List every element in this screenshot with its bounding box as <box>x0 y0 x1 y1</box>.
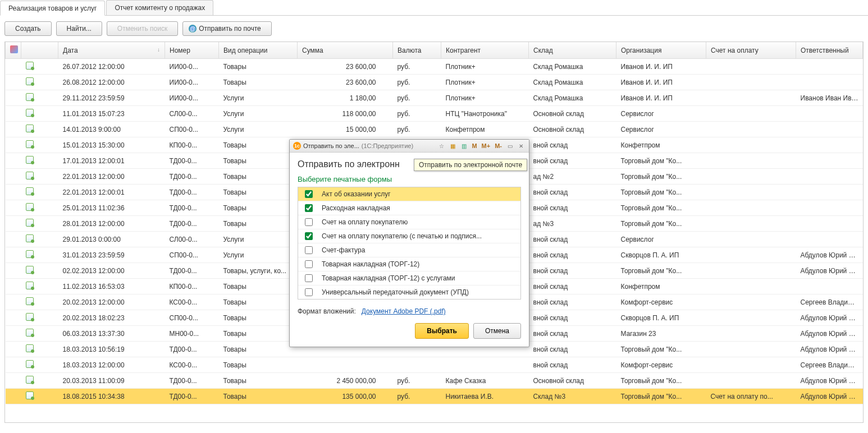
print-form-row[interactable]: Товарная накладная (ТОРГ-12) <box>298 257 520 271</box>
cell-number: КС00-0... <box>165 294 219 310</box>
document-icon <box>26 329 34 337</box>
col-responsible[interactable]: Ответственный <box>796 42 863 59</box>
col-currency[interactable]: Валюта <box>393 42 441 59</box>
calc-icon[interactable]: ▦ <box>448 142 457 150</box>
cell-organization: Конфетпром <box>616 279 706 294</box>
find-button[interactable]: Найти... <box>56 21 102 36</box>
cancel-button[interactable]: Отмена <box>473 323 521 339</box>
favorite-icon[interactable]: ☆ <box>437 142 446 150</box>
cell-number: ТД00-0... <box>165 342 219 357</box>
cell-warehouse: вной склад <box>529 200 616 216</box>
select-button[interactable]: Выбрать <box>415 323 469 339</box>
print-form-checkbox[interactable] <box>305 260 313 268</box>
cell-date: 06.03.2013 13:37:30 <box>58 326 165 342</box>
cell-responsible <box>796 106 863 122</box>
cell-number: СП00-0... <box>165 247 219 263</box>
print-form-checkbox[interactable] <box>305 274 313 282</box>
col-counterparty[interactable]: Контрагент <box>441 42 529 59</box>
table-row[interactable]: 18.08.2015 10:34:38ТД00-0...Товары135 00… <box>6 389 863 404</box>
print-form-label: Товарная накладная (ТОРГ-12) с услугами <box>322 274 455 282</box>
cell-invoice <box>706 310 796 326</box>
cell-responsible: Абдулов Юрий Вл... <box>796 247 863 263</box>
table-row[interactable]: 26.08.2012 12:00:00ИИ00-0...Товары23 600… <box>6 75 863 90</box>
print-form-row[interactable]: Счет на оплату покупателю (с печатью и п… <box>298 229 520 243</box>
close-icon[interactable]: ✕ <box>517 142 526 150</box>
cell-date: 18.03.2013 10:56:19 <box>58 342 165 357</box>
format-label: Формат вложений: <box>298 307 356 315</box>
cell-warehouse: Склад №3 <box>529 389 616 404</box>
col-operation[interactable]: Вид операции <box>219 42 298 59</box>
table-row[interactable]: 18.03.2013 12:00:00КС00-0...Товарывной с… <box>6 357 863 373</box>
cancel-search-button: Отменить поиск <box>107 21 178 36</box>
print-form-row[interactable]: Счет-фактура <box>298 243 520 257</box>
print-form-label: Акт об оказании услуг <box>322 190 391 198</box>
cell-warehouse: вной склад <box>529 263 616 279</box>
print-form-row[interactable]: Акт об оказании услуг <box>298 187 520 201</box>
cell-counterparty <box>441 357 529 373</box>
print-form-checkbox[interactable] <box>305 190 313 198</box>
app-1c-icon: 1c <box>293 142 301 150</box>
print-form-checkbox[interactable] <box>305 232 313 240</box>
send-email-button[interactable]: @ Отправить по почте <box>182 21 272 36</box>
table-row[interactable]: 14.01.2013 9:00:00СП00-0...Услуги15 000,… <box>6 122 863 137</box>
create-button[interactable]: Создать <box>4 21 52 36</box>
cell-date: 02.02.2013 12:00:00 <box>58 263 165 279</box>
cell-date: 29.01.2013 0:00:00 <box>58 232 165 247</box>
cell-responsible: Абдулов Юрий Вл... <box>796 373 863 389</box>
print-form-checkbox[interactable] <box>305 288 313 296</box>
tab-sales[interactable]: Реализация товаров и услуг <box>0 1 105 16</box>
maximize-icon[interactable]: ▭ <box>505 142 514 150</box>
table-row[interactable]: 20.03.2013 11:00:09ТД00-0...Товары2 450 … <box>6 373 863 389</box>
document-icon <box>26 344 34 352</box>
m-plus-button[interactable]: M+ <box>481 142 492 149</box>
col-invoice[interactable]: Счет на оплату <box>706 42 796 59</box>
print-form-row[interactable]: Товарная накладная (ТОРГ-12) с услугами <box>298 271 520 285</box>
cell-operation: Товары <box>219 326 298 342</box>
document-icon <box>26 187 34 195</box>
col-sum[interactable]: Сумма <box>298 42 393 59</box>
cell-sum: 23 600,00 <box>298 75 393 90</box>
format-link[interactable]: Документ Adobe PDF (.pdf) <box>362 307 446 315</box>
dialog-buttons: Выбрать Отмена <box>298 323 521 339</box>
col-warehouse[interactable]: Склад <box>529 42 616 59</box>
dialog-titlebar[interactable]: 1c Отправить по эле... (1С:Предприятие) … <box>290 140 529 153</box>
cell-date: 26.07.2012 12:00:00 <box>58 59 165 75</box>
m-minus-button[interactable]: M- <box>494 142 503 149</box>
cell-counterparty: Кафе Сказка <box>441 373 529 389</box>
tab-commission-report[interactable]: Отчет комитенту о продажах <box>106 0 213 15</box>
print-form-checkbox[interactable] <box>305 218 313 226</box>
cell-invoice <box>706 342 796 357</box>
print-form-row[interactable]: Счет на оплату покупателю <box>298 215 520 229</box>
col-marker[interactable] <box>6 42 21 59</box>
table-row[interactable]: 29.11.2012 23:59:59ИИ00-0...Услуги1 180,… <box>6 90 863 106</box>
col-number[interactable]: Номер <box>165 42 219 59</box>
col-organization[interactable]: Организация <box>616 42 706 59</box>
print-form-row[interactable]: Расходная накладная <box>298 201 520 215</box>
cell-warehouse: вной склад <box>529 153 616 169</box>
cell-operation: Услуги <box>219 106 298 122</box>
table-row[interactable]: 26.07.2012 12:00:00ИИ00-0...Товары23 600… <box>6 59 863 75</box>
cell-organization: Сервислог <box>616 122 706 137</box>
cell-number: ИИ00-0... <box>165 90 219 106</box>
cell-responsible <box>796 185 863 200</box>
document-icon <box>26 234 34 242</box>
document-icon <box>26 125 34 132</box>
cell-operation: Товары <box>219 75 298 90</box>
print-form-checkbox[interactable] <box>305 204 313 212</box>
col-date[interactable]: Дата↓ <box>58 42 165 59</box>
cell-organization: Торговый дом "Ко... <box>616 185 706 200</box>
calendar-icon[interactable]: ▥ <box>459 142 468 150</box>
cell-operation: Услуги <box>219 90 298 106</box>
print-form-row[interactable]: Универсальный передаточный документ (УПД… <box>298 285 520 299</box>
cell-sum: 2 450 000,00 <box>298 373 393 389</box>
cell-responsible <box>796 232 863 247</box>
print-form-checkbox[interactable] <box>305 246 313 254</box>
m-button[interactable]: M <box>470 142 478 149</box>
cell-operation: Товары <box>219 357 298 373</box>
col-icon[interactable] <box>21 42 58 59</box>
table-row[interactable]: 11.01.2013 15:07:23СЛ00-0...Услуги118 00… <box>6 106 863 122</box>
cell-organization: Торговый дом "Ко... <box>616 263 706 279</box>
cell-date: 11.02.2013 16:53:03 <box>58 279 165 294</box>
cell-invoice <box>706 247 796 263</box>
cell-organization: Торговый дом "Ко... <box>616 216 706 232</box>
